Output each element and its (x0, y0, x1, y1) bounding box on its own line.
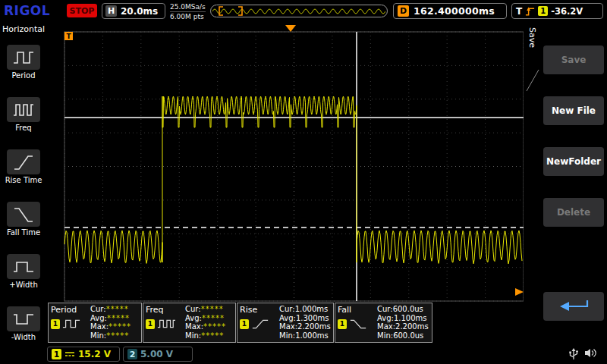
rise-time-icon (7, 149, 40, 174)
sample-rate: 25.0MSa/s (170, 2, 206, 11)
trigger-group[interactable]: T 1 -36.2V (511, 3, 603, 19)
menu-title: Horizontal (0, 23, 47, 34)
channel-2-badge: 2 (127, 349, 137, 359)
measurement-panel-period: Period 1 Cur:***** Avg:***** Max:***** M… (48, 303, 142, 343)
channel-1-status[interactable]: 1 15.2 V (47, 347, 120, 362)
fall-time-icon (7, 202, 40, 227)
channel-badge: 1 (51, 319, 60, 329)
trigger-source-badge: 1 (538, 6, 548, 16)
freq-icon (7, 97, 40, 122)
menu-tab-save: Save (527, 27, 537, 48)
menu-tab-notch (524, 68, 540, 99)
return-arrow-icon (552, 297, 595, 315)
menu-item-period[interactable]: Period (0, 45, 47, 95)
new-file-button[interactable]: New File (543, 96, 604, 125)
trigger-label: T (516, 6, 522, 17)
trigger-level-value: -36.2V (551, 6, 583, 17)
horizontal-measure-menu: Horizontal Period Freq Rise Time F (0, 23, 47, 345)
back-button[interactable] (543, 292, 604, 321)
neg-width-icon (7, 306, 40, 331)
run-state-badge: STOP (67, 4, 97, 17)
coupling-icon (64, 350, 75, 358)
new-folder-button[interactable]: NewFolder (543, 147, 604, 176)
memory-position-bar (210, 5, 388, 17)
oscilloscope-ui: RIGOL STOP H 20.0ms 25.0MSa/s 6.00M pts … (0, 0, 607, 364)
trigger-slope-icon (525, 6, 535, 17)
channel-2-status[interactable]: 2 5.00 V (123, 347, 193, 362)
channel-badge: 1 (240, 319, 249, 329)
memory-wave-icon (211, 5, 385, 17)
save-button[interactable]: Save (543, 46, 604, 74)
delete-button[interactable]: Delete (543, 198, 604, 227)
channel-badge: 1 (338, 319, 347, 329)
menu-item-pos-width[interactable]: +Width (0, 254, 47, 304)
scope-display: T (47, 23, 524, 345)
acquisition-info: 25.0MSa/s 6.00M pts (170, 2, 206, 21)
horizontal-label: H (105, 5, 117, 17)
channel-1-badge: 1 (52, 349, 61, 359)
delay-value: 162.400000ms (414, 5, 495, 17)
menu-item-freq[interactable]: Freq (0, 97, 47, 147)
menu-item-rise-time[interactable]: Rise Time (0, 149, 47, 199)
speaker-icon (584, 347, 597, 359)
memory-depth: 6.00M pts (170, 11, 206, 21)
rise-glyph-icon (251, 318, 269, 330)
horizontal-timebase-group[interactable]: H 20.0ms (102, 3, 165, 19)
menu-item-neg-width[interactable]: -Width (0, 306, 47, 356)
period-glyph-icon (62, 318, 80, 330)
channel-2-scale: 5.00 V (140, 349, 173, 359)
top-status-bar: RIGOL STOP H 20.0ms 25.0MSa/s 6.00M pts … (0, 0, 607, 23)
menu-item-list: Period Freq Rise Time Fall Time (0, 42, 47, 356)
period-icon (7, 45, 40, 70)
fall-glyph-icon (349, 318, 367, 330)
softkey-menu-strip: Save (524, 23, 540, 345)
delay-label: D (398, 5, 409, 17)
measurement-panel-fall: Fall 1 Cur:600.0us Avg:1.100ms Max:2.200… (335, 303, 432, 343)
timebase-value: 20.0ms (121, 6, 158, 17)
measurement-panel-freq: Freq 1 Cur:***** Avg:***** Max:***** Min… (143, 303, 236, 343)
pos-width-icon (7, 254, 40, 279)
svg-text:T: T (66, 33, 71, 40)
delay-group[interactable]: D 162.400000ms (393, 3, 507, 19)
channel-1-scale: 15.2 V (78, 349, 111, 359)
measurement-panel-rise: Rise 1 Cur:1.000ms Avg:1.300ms Max:2.200… (237, 303, 334, 343)
usb-icon (568, 347, 580, 360)
menu-item-fall-time[interactable]: Fall Time (0, 202, 47, 252)
freq-glyph-icon (157, 318, 175, 330)
brand-logo: RIGOL (4, 3, 50, 18)
channel-badge: 1 (146, 319, 155, 329)
